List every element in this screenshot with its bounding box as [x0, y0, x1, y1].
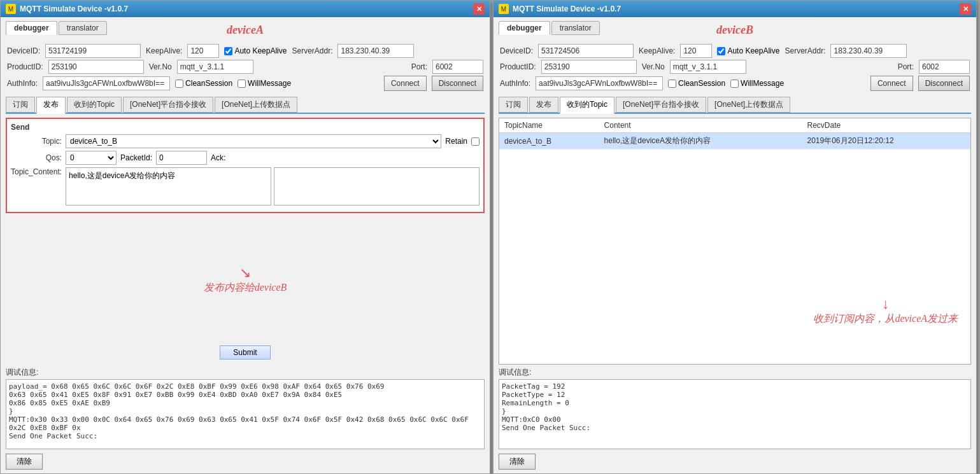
clear-button-b[interactable]: 清除 — [499, 454, 536, 470]
auto-keepalive-check-a[interactable] — [224, 47, 232, 55]
keep-alive-input-a[interactable] — [187, 44, 219, 58]
window-title-a: MQTT Simulate Device -v1.0.7 — [20, 4, 128, 13]
section-tab-publish-b[interactable]: 发布 — [529, 97, 558, 113]
topic-content-input-a[interactable]: hello,这是deviceA发给你的内容 — [66, 167, 271, 206]
will-message-label-b: WillMessage — [741, 79, 784, 88]
topic-label-a: Topic: — [11, 137, 62, 146]
clean-session-wrap-a: CleanSession — [175, 79, 232, 88]
arrow-icon-b: ↓ — [813, 296, 958, 312]
clear-button-a[interactable]: 清除 — [6, 454, 43, 470]
port-input-b[interactable] — [919, 60, 970, 74]
main-tab-bar-b: debugger translator — [499, 21, 600, 35]
close-button-a[interactable]: ✕ — [473, 3, 485, 15]
table-container-b: TopicName Content RecvDate deviceA_to_B … — [499, 118, 971, 365]
send-title-a: Send — [11, 123, 479, 132]
product-id-label-a: ProductID: — [7, 62, 43, 71]
section-tab-bar-a: 订阅 发布 收到的Topic [OneNet]平台指令接收 [OneNet]上传… — [6, 97, 485, 114]
debug-area-b: PacketTag = 192 PacketType = 12 RemainLe… — [499, 379, 971, 449]
debug-section-a: 调试信息: payload_= 0x68 0x65 0x6C 0x6C 0x6F… — [6, 367, 485, 470]
auto-keepalive-check-b[interactable] — [717, 47, 725, 55]
annotation-b: 收到订阅内容，从deviceA发过来 — [813, 312, 958, 326]
annotation-a: 发布内容给deviceB — [204, 281, 287, 295]
cell-content: hello,这是deviceA发给你的内容 — [599, 133, 802, 150]
tab-debugger-b[interactable]: debugger — [499, 21, 550, 35]
debug-area-a: payload_= 0x68 0x65 0x6C 0x6C 0x6F 0x2C … — [6, 379, 485, 449]
device-id-input-b[interactable] — [538, 44, 634, 58]
port-label-a: Port: — [411, 62, 427, 71]
section-tab-received-b[interactable]: 收到的Topic — [560, 97, 614, 114]
auto-keepalive-wrap-a: Auto KeepAlive — [224, 46, 287, 55]
section-tab-publish-a[interactable]: 发布 — [36, 97, 66, 114]
device-name-a: deviceA — [227, 24, 264, 37]
section-tab-received-a[interactable]: 收到的Topic — [67, 97, 122, 113]
auto-keepalive-label-a: Auto KeepAlive — [234, 46, 287, 55]
section-tab-bar-b: 订阅 发布 收到的Topic [OneNet]平台指令接收 [OneNet]上传… — [499, 97, 971, 114]
will-message-label-a: WillMessage — [248, 79, 291, 88]
topic-select-a[interactable]: deviceA_to_B — [66, 134, 441, 148]
clean-session-check-b[interactable] — [668, 80, 676, 88]
ver-no-input-a[interactable] — [177, 60, 253, 74]
will-message-check-a[interactable] — [238, 80, 246, 88]
auto-keepalive-label-b: Auto KeepAlive — [727, 46, 779, 55]
title-bar-b: M MQTT Simulate Device -v1.0.7 ✕ — [494, 1, 976, 17]
section-tab-onenet-cmd-a[interactable]: [OneNet]平台指令接收 — [123, 97, 213, 113]
server-addr-input-a[interactable] — [337, 44, 414, 58]
window-b: M MQTT Simulate Device -v1.0.7 ✕ debugge… — [493, 0, 977, 474]
packet-id-label-a: PacketId: — [120, 153, 152, 162]
col-header-topic-name: TopicName — [499, 118, 599, 133]
ver-no-label-b: Ver.No — [642, 62, 665, 71]
keep-alive-label-a: KeepAlive: — [146, 46, 182, 55]
port-input-a[interactable] — [432, 60, 483, 74]
window-title-b: MQTT Simulate Device -v1.0.7 — [513, 4, 621, 13]
close-button-b[interactable]: ✕ — [960, 3, 971, 15]
qos-select-a[interactable]: 0 — [66, 151, 117, 165]
auth-info-label-b: AuthInfo: — [500, 79, 530, 88]
product-id-input-b[interactable] — [541, 60, 637, 74]
auth-info-input-b[interactable] — [536, 76, 663, 90]
tab-translator-b[interactable]: translator — [551, 21, 600, 35]
section-tab-onenet-cmd-b[interactable]: [OneNet]平台指令接收 — [616, 97, 706, 113]
clean-session-check-a[interactable] — [175, 80, 183, 88]
connect-button-a[interactable]: Connect — [384, 76, 427, 91]
device-id-input-a[interactable] — [45, 44, 141, 58]
server-addr-input-b[interactable] — [830, 44, 907, 58]
will-message-wrap-a: WillMessage — [238, 79, 291, 88]
disconnect-button-a[interactable]: Disconnect — [432, 76, 483, 91]
section-tab-subscribe-b[interactable]: 订阅 — [499, 97, 528, 113]
will-message-check-b[interactable] — [730, 80, 739, 88]
server-addr-label-b: ServerAddr: — [785, 46, 825, 55]
send-box-a: Send Topic: deviceA_to_B Retain Qos: 0 P… — [6, 118, 485, 213]
auth-info-input-a[interactable] — [43, 76, 170, 90]
receive-table-b: TopicName Content RecvDate deviceA_to_B … — [499, 118, 970, 150]
auto-keepalive-wrap-b: Auto KeepAlive — [717, 46, 779, 55]
table-row[interactable]: deviceA_to_B hello,这是deviceA发给你的内容 2019年… — [499, 133, 970, 150]
qos-label-a: Qos: — [11, 153, 62, 162]
keep-alive-label-b: KeepAlive: — [639, 46, 675, 55]
cell-recv-date: 2019年06月20日12:20:12 — [802, 133, 970, 150]
debug-label-a: 调试信息: — [6, 367, 485, 378]
col-header-content: Content — [599, 118, 802, 133]
auth-info-label-a: AuthInfo: — [7, 79, 38, 88]
col-header-recv-date: RecvDate — [802, 118, 970, 133]
submit-button-a[interactable]: Submit — [220, 345, 270, 359]
retain-check-a[interactable] — [471, 137, 479, 146]
tab-debugger-a[interactable]: debugger — [6, 21, 57, 35]
product-id-label-b: ProductID: — [500, 62, 536, 71]
cell-topic-name: deviceA_to_B — [499, 133, 599, 150]
device-id-label-a: DeviceID: — [7, 46, 40, 55]
section-tab-onenet-data-a[interactable]: [OneNet]上传数据点 — [215, 97, 297, 113]
will-message-wrap-b: WillMessage — [730, 79, 784, 88]
tab-translator-a[interactable]: translator — [59, 21, 107, 35]
product-id-input-a[interactable] — [48, 60, 144, 74]
keep-alive-input-b[interactable] — [680, 44, 712, 58]
section-tab-subscribe-a[interactable]: 订阅 — [6, 97, 35, 113]
disconnect-button-b[interactable]: Disconnect — [918, 76, 970, 91]
clean-session-wrap-b: CleanSession — [668, 79, 725, 88]
section-tab-onenet-data-b[interactable]: [OneNet]上传数据点 — [707, 97, 790, 113]
ver-no-input-b[interactable] — [670, 60, 746, 74]
debug-label-b: 调试信息: — [499, 367, 971, 378]
device-id-label-b: DeviceID: — [500, 46, 533, 55]
topic-content-right-a[interactable] — [274, 167, 479, 206]
connect-button-b[interactable]: Connect — [870, 76, 913, 91]
packet-id-input-a[interactable] — [156, 151, 207, 165]
